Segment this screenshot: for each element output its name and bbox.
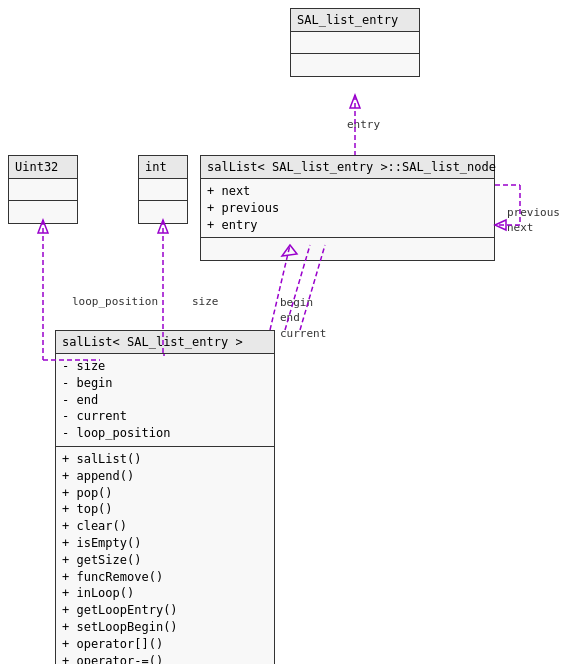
int-title: int — [139, 156, 187, 179]
method-sallist: + salList() — [62, 451, 268, 468]
attr-current: - current — [62, 408, 268, 425]
method-pop: + pop() — [62, 485, 268, 502]
attr-loop-position: - loop_position — [62, 425, 268, 442]
int-box: int — [138, 155, 188, 224]
uint32-section1 — [9, 179, 77, 201]
method-getsize: + getSize() — [62, 552, 268, 569]
svg-marker-1 — [350, 95, 360, 108]
sal-list-entry-section2 — [291, 54, 419, 76]
method-top: + top() — [62, 501, 268, 518]
sal-list-entry-title: SAL_list_entry — [291, 9, 419, 32]
sal-list-box: salList< SAL_list_entry > - size - begin… — [55, 330, 275, 664]
attr-size: - size — [62, 358, 268, 375]
size-label: size — [192, 295, 219, 308]
sal-list-methods: + salList() + append() + pop() + top() +… — [56, 447, 274, 664]
method-isempty: + isEmpty() — [62, 535, 268, 552]
node-entry: + entry — [207, 217, 488, 234]
loop-position-label: loop_position — [72, 295, 158, 308]
method-inloop: + inLoop() — [62, 585, 268, 602]
method-setloopbegin: + setLoopBegin() — [62, 619, 268, 636]
node-previous: + previous — [207, 200, 488, 217]
sal-list-entry-section1 — [291, 32, 419, 54]
uint32-box: Uint32 — [8, 155, 78, 224]
svg-marker-15 — [495, 220, 506, 230]
method-operator-bracket: + operator[]() — [62, 636, 268, 653]
sal-list-entry-box: SAL_list_entry — [290, 8, 420, 77]
int-section2 — [139, 201, 187, 223]
int-section1 — [139, 179, 187, 201]
attr-end: - end — [62, 392, 268, 409]
method-operator-minus: + operator-=() — [62, 653, 268, 664]
uint32-title: Uint32 — [9, 156, 77, 179]
sal-list-attributes: - size - begin - end - current - loop_po… — [56, 354, 274, 447]
sal-list-node-title: salList< SAL_list_entry >::SAL_list_node — [201, 156, 494, 179]
entry-label: entry — [347, 118, 380, 131]
sal-list-node-section2 — [201, 238, 494, 260]
begin-end-current-label: beginendcurrent — [280, 295, 326, 341]
method-funcremove: + funcRemove() — [62, 569, 268, 586]
node-next: + next — [207, 183, 488, 200]
method-append: + append() — [62, 468, 268, 485]
method-getloopentry: + getLoopEntry() — [62, 602, 268, 619]
attr-begin: - begin — [62, 375, 268, 392]
sal-list-node-box: salList< SAL_list_entry >::SAL_list_node… — [200, 155, 495, 261]
sal-list-title: salList< SAL_list_entry > — [56, 331, 274, 354]
method-clear: + clear() — [62, 518, 268, 535]
previous-next-label: previousnext — [507, 205, 560, 236]
sal-list-node-members: + next + previous + entry — [201, 179, 494, 238]
uint32-section2 — [9, 201, 77, 223]
